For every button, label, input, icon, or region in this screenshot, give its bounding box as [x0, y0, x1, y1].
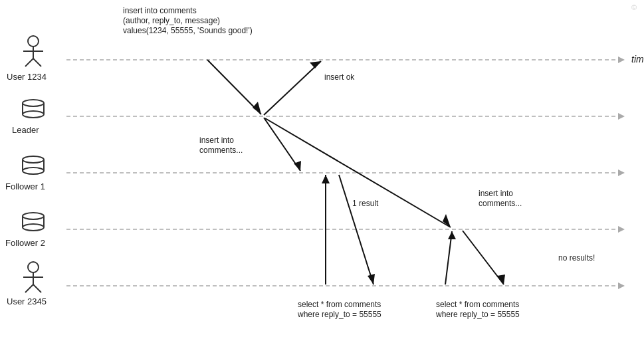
watermark: © [631, 3, 637, 11]
annotation-select2: select * from comments [436, 300, 519, 309]
svg-marker-23 [448, 231, 456, 239]
svg-text:where reply_to = 55555: where reply_to = 55555 [435, 310, 520, 319]
leader-label: Leader [12, 125, 39, 135]
svg-marker-3 [618, 113, 625, 120]
annotation-select1: select * from comments [298, 300, 381, 309]
svg-text:comments...: comments... [479, 199, 522, 208]
annotation-1-result: 1 result [352, 199, 379, 208]
svg-point-26 [28, 36, 39, 47]
svg-line-12 [264, 61, 321, 115]
svg-marker-1 [618, 56, 625, 63]
svg-marker-13 [310, 61, 321, 68]
follower1-label: Follower 1 [5, 181, 45, 191]
user1234-label: User 1234 [7, 72, 47, 82]
diagram: time [0, 0, 644, 337]
svg-text:where reply_to = 55555: where reply_to = 55555 [297, 310, 381, 319]
svg-point-39 [23, 213, 44, 219]
svg-line-29 [25, 58, 33, 66]
svg-point-34 [23, 111, 44, 118]
svg-text:comments...: comments... [199, 146, 243, 155]
annotation-insert-comments2: insert into [479, 189, 513, 198]
svg-point-31 [23, 100, 44, 106]
svg-line-14 [264, 118, 300, 171]
svg-line-10 [207, 60, 261, 114]
annotation-insert-comments: insert into [199, 136, 234, 145]
annotation-no-results: no results! [558, 253, 595, 263]
follower2-label: Follower 2 [5, 238, 45, 248]
svg-point-42 [23, 224, 44, 231]
svg-line-47 [33, 284, 41, 292]
svg-line-46 [25, 284, 33, 292]
svg-marker-5 [618, 169, 625, 176]
svg-marker-7 [618, 226, 625, 233]
svg-marker-11 [253, 102, 261, 114]
svg-point-38 [23, 168, 44, 174]
svg-marker-25 [497, 275, 505, 284]
svg-text:values(1234, 55555, 'Sounds go: values(1234, 55555, 'Sounds good!') [123, 26, 253, 35]
svg-line-30 [33, 58, 41, 66]
svg-point-43 [28, 262, 39, 273]
time-label: time [631, 54, 644, 64]
user2345-label: User 2345 [7, 296, 47, 306]
annotation-insert-comment: insert into comments [123, 6, 197, 15]
svg-marker-9 [618, 282, 625, 289]
svg-marker-17 [322, 175, 330, 183]
svg-marker-19 [368, 274, 375, 284]
svg-text:(author, reply_to, message): (author, reply_to, message) [123, 16, 220, 25]
annotation-insert-ok: insert ok [324, 72, 355, 82]
svg-point-35 [23, 156, 44, 163]
